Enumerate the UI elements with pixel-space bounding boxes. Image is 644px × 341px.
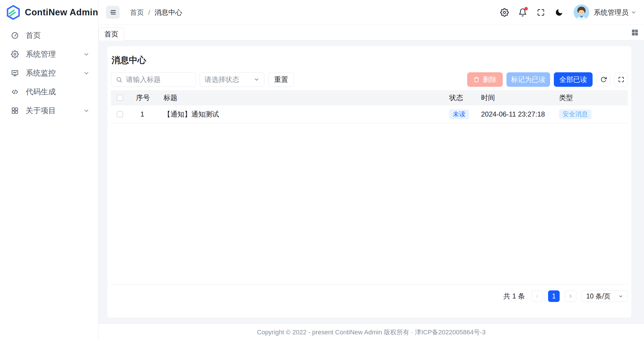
pagination: 共 1 条 1 10 条/页 (111, 290, 628, 302)
breadcrumb-current: 消息中心 (155, 8, 182, 17)
breadcrumb: 首页 / 消息中心 (130, 8, 182, 17)
refresh-button[interactable] (597, 72, 610, 87)
toolbar: 请选择状态 重置 删除 标记为已读 全部已读 (111, 72, 628, 87)
cell-status: 未读 (442, 109, 474, 119)
page-number-button[interactable]: 1 (548, 290, 560, 302)
logo-hexagon-icon (6, 5, 20, 20)
next-page-button[interactable] (565, 290, 576, 302)
header-cell-index: 序号 (129, 93, 158, 102)
message-center-card: 消息中心 请选择状态 重置 (107, 46, 631, 318)
chevron-down-icon (618, 294, 623, 299)
table-fullscreen-button[interactable] (614, 72, 628, 87)
copyright-text: Copyright © 2022 - present ContiNew Admi… (257, 328, 485, 337)
sidebar-item-label: 系统监控 (26, 68, 83, 78)
monitor-icon (11, 69, 19, 77)
breadcrumb-separator: / (144, 8, 155, 16)
chevron-down-icon (83, 51, 90, 58)
table-empty-space (111, 123, 628, 285)
sidebar-item-code-generation[interactable]: 代码生成 (0, 82, 98, 101)
app-window: ContiNew Admin 首页 系统管理 (0, 0, 644, 341)
sidebar-item-label: 系统管理 (26, 49, 83, 59)
search-icon (116, 76, 123, 83)
sidebar-item-home[interactable]: 首页 (0, 26, 98, 45)
sidebar-item-system-monitor[interactable]: 系统监控 (0, 64, 98, 82)
user-name[interactable]: 系统管理员 (594, 8, 628, 17)
header: 首页 / 消息中心 (99, 0, 644, 25)
status-select[interactable]: 请选择状态 (200, 72, 264, 87)
code-icon (11, 88, 19, 96)
notifications-button[interactable] (517, 7, 528, 18)
logo: ContiNew Admin (0, 0, 98, 25)
avatar[interactable] (574, 4, 589, 20)
row-checkbox[interactable] (117, 111, 123, 117)
delete-button-label: 删除 (483, 75, 497, 84)
delete-button[interactable]: 删除 (467, 72, 503, 87)
chevron-down-icon[interactable] (631, 10, 636, 15)
notification-badge-dot (524, 7, 528, 10)
breadcrumb-home[interactable]: 首页 (130, 8, 144, 17)
fullscreen-icon (537, 8, 545, 17)
menu-fold-icon (109, 8, 117, 16)
grid-icon (11, 107, 19, 115)
sidebar-item-system-management[interactable]: 系统管理 (0, 45, 98, 64)
header-cell-type: 类型 (552, 93, 628, 102)
tab-actions-grid-icon[interactable] (631, 29, 639, 36)
dashboard-icon (11, 32, 19, 39)
sidebar-nav: 首页 系统管理 系统监控 (0, 25, 98, 120)
previous-page-button[interactable] (531, 290, 543, 302)
header-cell-checkbox (111, 95, 129, 101)
chevron-right-icon (568, 294, 573, 299)
gear-icon (11, 50, 19, 58)
chevron-down-icon (83, 108, 90, 114)
footer: Copyright © 2022 - present ContiNew Admi… (99, 323, 644, 341)
all-read-button[interactable]: 全部已读 (554, 72, 593, 87)
refresh-icon (600, 76, 607, 83)
mark-as-read-button[interactable]: 标记为已读 (506, 72, 550, 87)
header-cell-title: 标题 (158, 93, 442, 102)
gear-icon (500, 8, 509, 17)
status-select-placeholder: 请选择状态 (205, 75, 239, 84)
dark-mode-toggle[interactable] (553, 7, 565, 18)
sidebar-item-label: 首页 (26, 30, 90, 40)
type-badge: 安全消息 (559, 109, 591, 119)
chevron-down-icon (254, 77, 259, 82)
sidebar-collapse-button[interactable] (106, 6, 120, 19)
page-size-select[interactable]: 10 条/页 (582, 290, 628, 302)
cell-type: 安全消息 (552, 109, 628, 119)
settings-button[interactable] (499, 7, 510, 18)
fullscreen-button[interactable] (535, 7, 547, 18)
tab-home[interactable]: 首页 (99, 27, 124, 40)
sidebar-item-label: 关于项目 (26, 106, 83, 116)
header-cell-status: 状态 (442, 93, 474, 102)
content-area: 消息中心 请选择状态 重置 (99, 40, 644, 323)
reset-button[interactable]: 重置 (268, 72, 294, 87)
table-header-row: 序号 标题 状态 时间 类型 (111, 90, 628, 105)
cell-title: 【通知】通知测试 (158, 110, 442, 119)
pagination-total: 共 1 条 (503, 292, 525, 301)
tab-label: 首页 (105, 30, 118, 39)
messages-table: 序号 标题 状态 时间 类型 1 【通知】通知测试 未读 2024-06-11 … (111, 90, 628, 285)
table-row[interactable]: 1 【通知】通知测试 未读 2024-06-11 23:27:18 安全消息 (111, 105, 628, 123)
header-cell-time: 时间 (474, 93, 552, 102)
page-size-value: 10 条/页 (586, 292, 610, 301)
cell-time: 2024-06-11 23:27:18 (474, 110, 552, 118)
sidebar-item-label: 代码生成 (26, 87, 90, 97)
avatar-image (574, 4, 589, 20)
page-title: 消息中心 (111, 54, 628, 67)
cell-checkbox (111, 111, 129, 117)
trash-icon (473, 76, 480, 83)
moon-icon (555, 8, 563, 17)
status-badge: 未读 (449, 109, 469, 119)
tabbar: 首页 (99, 25, 644, 40)
sidebar: ContiNew Admin 首页 系统管理 (0, 0, 99, 341)
sidebar-item-about-project[interactable]: 关于项目 (0, 101, 98, 120)
chevron-down-icon (83, 70, 90, 76)
title-search-box (111, 72, 196, 87)
fullscreen-icon (618, 76, 625, 83)
cell-index: 1 (129, 110, 158, 118)
app-title: ContiNew Admin (25, 7, 98, 18)
title-search-input[interactable] (126, 75, 191, 84)
chevron-left-icon (534, 294, 540, 299)
select-all-checkbox[interactable] (117, 95, 123, 101)
